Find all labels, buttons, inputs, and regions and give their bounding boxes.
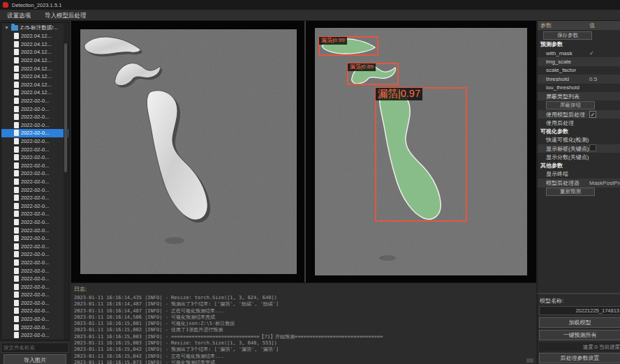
- menu-bar: 设置选项 导入模型后处理: [0, 10, 620, 21]
- file-item[interactable]: 2022-02-0...: [1, 129, 68, 137]
- param-value: [589, 144, 596, 153]
- file-item[interactable]: 2022.04.12...: [1, 56, 68, 65]
- file-item[interactable]: 2022.04.12...: [1, 89, 68, 97]
- file-item[interactable]: 2022-02-0...: [1, 250, 68, 259]
- load-model-button[interactable]: 加载模型: [539, 317, 620, 328]
- file-item[interactable]: 2022.04.12...: [1, 64, 68, 73]
- checkbox[interactable]: [589, 144, 596, 151]
- log-line: 2023-01-11 16:16:14,506 |INFO| - 可视化预测结果…: [74, 314, 536, 321]
- file-item[interactable]: 2022-02-0...: [1, 185, 68, 194]
- file-item[interactable]: 2022.04.12...: [1, 81, 68, 89]
- prediction-image-panel[interactable]: 漏箔|0.99 漏箔|0.89 漏箔|0.97: [315, 28, 527, 275]
- param-row[interactable]: 使用模型后处理✓: [538, 110, 620, 119]
- tree-root-folder[interactable]: ▼ Z:/5-标注数据/...: [1, 23, 68, 32]
- param-column-header: 参数: [538, 22, 589, 29]
- file-item[interactable]: 2022-02-0...: [1, 145, 68, 153]
- file-item[interactable]: 2022-02-0...: [1, 266, 68, 275]
- param-row[interactable]: with_mask✓: [538, 49, 620, 57]
- menu-import-postprocess[interactable]: 导入模型后处理: [38, 10, 94, 21]
- log-console[interactable]: 日志: 2023-01-11 16:16:14,435 |INFO| - Res…: [71, 282, 536, 364]
- file-item[interactable]: 2022-02-0...: [1, 137, 68, 146]
- file-icon: [14, 146, 19, 153]
- file-item[interactable]: 2022-02-0...: [1, 307, 68, 315]
- file-icon: [14, 275, 19, 282]
- file-item[interactable]: 2022-02-0...: [1, 242, 68, 250]
- log-scrollbar-thumb[interactable]: [526, 358, 533, 363]
- postprocess-params-button[interactable]: 后处理参数设置: [539, 353, 620, 363]
- param-label: 模型后处理器: [538, 179, 589, 187]
- file-name: 2022-02-0...: [21, 227, 49, 234]
- file-item[interactable]: 2022-02-0...: [1, 275, 68, 283]
- file-item[interactable]: 2022-02-0...: [1, 291, 68, 299]
- chevron-down-icon[interactable]: ▼: [4, 25, 9, 30]
- model-name-field[interactable]: 20221225_174813: [539, 306, 620, 315]
- param-row[interactable]: 快速可视化(检测): [538, 136, 620, 144]
- file-tree[interactable]: ▼ Z:/5-标注数据/... 2022.04.12...2022.04.12.…: [1, 22, 69, 340]
- log-line: 2023-01-11 16:16:14,487 |INFO| - 预测出了3个结…: [74, 301, 536, 308]
- file-icon: [14, 203, 19, 209]
- file-item[interactable]: 2022-02-0...: [1, 202, 68, 210]
- param-label: 显示终端: [538, 170, 589, 178]
- file-name: 2022-02-0...: [21, 332, 49, 338]
- file-item[interactable]: 2022-02-0...: [1, 315, 68, 324]
- file-icon: [14, 291, 19, 298]
- file-name: 2022.04.12...: [21, 82, 52, 88]
- file-item[interactable]: 2022-02-0...: [1, 218, 68, 227]
- file-name: 2022-02-0...: [21, 98, 49, 104]
- param-row[interactable]: 显示分数(关键点): [538, 153, 620, 161]
- file-item[interactable]: 2022-02-0...: [1, 121, 68, 130]
- file-item[interactable]: 2022-02-0...: [1, 162, 68, 170]
- file-item[interactable]: 2022-02-0...: [1, 234, 68, 243]
- param-value: ✓: [589, 111, 596, 118]
- file-item[interactable]: 2022-02-0...: [1, 210, 68, 218]
- file-item[interactable]: 2022.04.12...: [1, 32, 68, 40]
- file-item[interactable]: 2022-02-0...: [1, 194, 68, 202]
- file-name: 2022-02-0...: [21, 251, 49, 257]
- file-item[interactable]: 2022-02-0...: [1, 331, 68, 340]
- param-row[interactable]: 模型后处理器MaskPostPro: [538, 179, 620, 187]
- file-name: 2022-02-0...: [21, 138, 49, 144]
- predict-all-button[interactable]: 一键预测所有: [539, 330, 620, 340]
- param-row[interactable]: 使用后处理: [538, 119, 620, 127]
- log-line: 2023-01-11 16:16:15,003 |INFO| - =======…: [74, 334, 536, 340]
- file-item[interactable]: 2022-02-0...: [1, 153, 68, 162]
- tree-scrollbar[interactable]: [64, 24, 68, 340]
- file-item[interactable]: 2022-02-0...: [1, 169, 68, 178]
- file-item[interactable]: 2022.04.12...: [1, 40, 68, 49]
- file-item[interactable]: 2022-02-0...: [1, 178, 68, 186]
- checkbox[interactable]: ✓: [589, 111, 596, 118]
- file-item[interactable]: 2022.04.12...: [1, 73, 68, 81]
- file-name: 2022-02-0...: [21, 114, 49, 120]
- param-row[interactable]: iou_threshold: [538, 84, 620, 92]
- file-item[interactable]: 2022-02-0...: [1, 259, 68, 267]
- param-row[interactable]: 屏蔽类型列表: [538, 92, 620, 100]
- param-button[interactable]: 重新预测: [546, 188, 595, 196]
- file-item[interactable]: 2022-02-0...: [1, 226, 68, 234]
- param-row[interactable]: 显示终端: [538, 170, 620, 179]
- param-label: 快速可视化(检测): [538, 136, 589, 144]
- file-icon: [14, 66, 19, 72]
- file-item[interactable]: 2022-02-0...: [1, 105, 68, 113]
- search-input[interactable]: [1, 342, 69, 353]
- file-item[interactable]: 2022-02-0...: [1, 282, 68, 291]
- value-column-header: 值: [589, 22, 595, 29]
- file-item[interactable]: 2022.04.12...: [1, 48, 68, 56]
- param-row[interactable]: 显示标签(关键点): [538, 144, 620, 153]
- param-label: scale_factor: [538, 67, 589, 73]
- param-row[interactable]: threshold0.5: [538, 75, 620, 83]
- file-icon: [14, 324, 19, 331]
- menu-settings[interactable]: 设置选项: [0, 10, 38, 21]
- save-params-button[interactable]: 保存参数: [543, 31, 592, 40]
- file-icon: [14, 284, 19, 290]
- param-row[interactable]: img_scale: [538, 57, 620, 66]
- file-item[interactable]: 2022-02-0...: [1, 323, 68, 331]
- file-item[interactable]: 2022-02-0...: [1, 97, 68, 105]
- file-item[interactable]: 2022-02-0...: [1, 113, 68, 121]
- param-button[interactable]: 屏蔽按钮: [546, 101, 595, 109]
- original-image-panel[interactable]: [80, 29, 297, 274]
- file-item[interactable]: 2022-02-0...: [1, 299, 68, 308]
- import-images-button[interactable]: 导入图片: [3, 354, 66, 364]
- log-line: 2023-01-11 16:16:15,002 |INFO| - 使用了1张图片…: [74, 327, 536, 333]
- tree-scrollbar-thumb[interactable]: [64, 43, 67, 172]
- param-row[interactable]: scale_factor: [538, 66, 620, 75]
